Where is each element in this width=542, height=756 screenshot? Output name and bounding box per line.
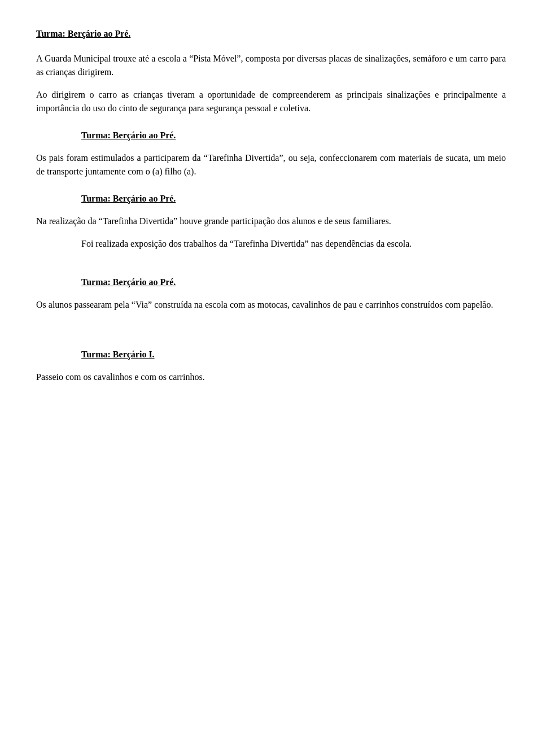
section-1: Turma: Berçário ao Pré. A Guarda Municip… (36, 27, 506, 115)
heading-top: Turma: Berçário ao Pré. (36, 27, 506, 41)
paragraph-2: Ao dirigirem o carro as crianças tiveram… (36, 88, 506, 115)
section-2: Turma: Berçário ao Pré. Os pais foram es… (36, 129, 506, 178)
turma-heading-4: Turma: Berçário ao Pré. (36, 276, 506, 289)
spacer-2 (36, 325, 506, 337)
turma-heading-2: Turma: Berçário ao Pré. (36, 129, 506, 142)
spacer-3 (36, 337, 506, 348)
paragraph-5: Foi realizada exposição dos trabalhos da… (36, 237, 506, 251)
paragraph-6: Os alunos passearam pela “Via” construíd… (36, 298, 506, 312)
document-container: Turma: Berçário ao Pré. A Guarda Municip… (36, 27, 506, 384)
spacer-1 (36, 264, 506, 276)
section-5: Turma: Berçário I. Passeio com os cavali… (36, 348, 506, 384)
paragraph-1: A Guarda Municipal trouxe até a escola a… (36, 52, 506, 79)
paragraph-3: Os pais foram estimulados a participarem… (36, 151, 506, 178)
paragraph-7: Passeio com os cavalinhos e com os carri… (36, 370, 506, 384)
section-4: Turma: Berçário ao Pré. Os alunos passea… (36, 276, 506, 312)
turma-heading-5: Turma: Berçário I. (36, 348, 506, 361)
section-3: Turma: Berçário ao Pré. Na realização da… (36, 192, 506, 251)
paragraph-4: Na realização da “Tarefinha Divertida” h… (36, 215, 506, 228)
turma-heading-3: Turma: Berçário ao Pré. (36, 192, 506, 206)
